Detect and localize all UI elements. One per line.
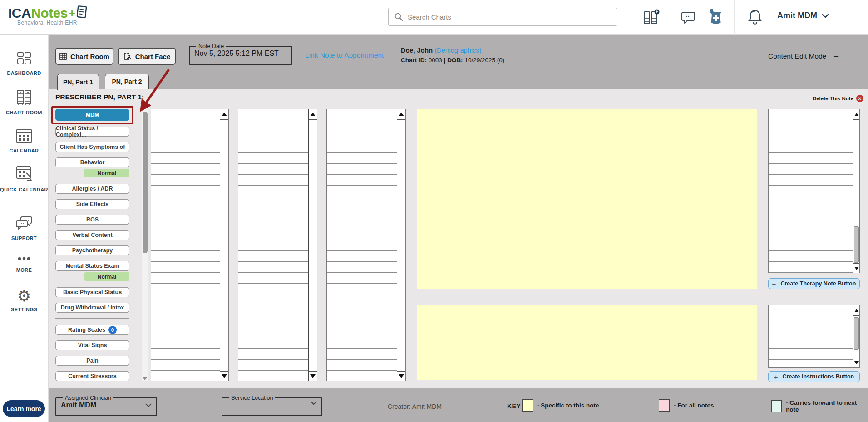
nav-scrollbar-thumb[interactable] xyxy=(143,112,148,253)
scroll-down-icon[interactable] xyxy=(854,361,859,364)
logo-tagline: Behavioral Health EHR xyxy=(17,20,88,26)
dob-label: DOB: xyxy=(447,57,463,64)
pick-list-column-3[interactable] xyxy=(326,109,406,381)
create-instructions-button[interactable]: + Create Instructions Button xyxy=(768,371,860,382)
dob-value: 10/29/2025 (0) xyxy=(464,57,504,64)
sidebar-item-label: SUPPORT xyxy=(0,235,48,241)
chart-face-label: Chart Face xyxy=(135,53,171,60)
note-section-button-mental-status-exam[interactable]: Mental Status Exam xyxy=(55,261,129,271)
therapy-note-items-list[interactable] xyxy=(768,109,860,273)
note-narrative-area[interactable] xyxy=(417,109,757,289)
sidebar-item-support[interactable]: SUPPORT xyxy=(0,215,48,241)
sidebar-item-dashboard[interactable]: DASHBOARD xyxy=(0,50,48,76)
note-section-button-client-has-symptoms-of[interactable]: Client Has Symptoms of xyxy=(55,142,129,152)
tab-pn-part-1[interactable]: PN, Part 1 xyxy=(57,74,99,90)
add-chart-icon[interactable] xyxy=(642,9,661,26)
pick-list-column-1[interactable] xyxy=(151,109,229,381)
sidebar-item-label: QUICK CALENDAR xyxy=(0,186,48,193)
chart-id-label: Chart ID: xyxy=(401,57,427,64)
assigned-clinician-value: Amit MDM xyxy=(61,401,96,409)
note-section-button-drug-withdrawal-intox[interactable]: Drug Withdrawal / Intox xyxy=(55,303,129,313)
sidebar-item-quick-calendar[interactable]: QUICK CALENDAR xyxy=(0,164,48,193)
create-therapy-note-label: Create Therapy Note Button xyxy=(780,280,856,287)
settings-gear-icon: ⚙ xyxy=(17,287,31,304)
note-section-button-vital-signs[interactable]: Vital Signs xyxy=(55,340,129,350)
therapy-list-scrollbar[interactable] xyxy=(853,109,859,273)
mint-key-swatch xyxy=(771,400,782,412)
note-section-button-verbal-content[interactable]: Verbal Content xyxy=(55,230,129,240)
note-section-button-allergies-adr[interactable]: Allergies / ADR xyxy=(55,184,129,194)
scroll-up-icon[interactable] xyxy=(222,113,227,116)
scroll-up-icon[interactable] xyxy=(854,113,859,116)
scroll-up-icon[interactable] xyxy=(399,113,404,116)
search-charts-box[interactable] xyxy=(388,8,617,26)
calendar-icon xyxy=(0,128,48,145)
assigned-clinician-fieldset[interactable]: Assigned Clinician Amit MDM xyxy=(55,395,157,416)
scroll-down-icon[interactable] xyxy=(222,374,227,378)
learn-more-button[interactable]: Learn more xyxy=(3,400,45,417)
note-section-nav: MDMClinical Status / Complexi...Client H… xyxy=(55,109,129,387)
sidebar-item-more[interactable]: MORE xyxy=(0,253,48,273)
nav-scrollbar[interactable] xyxy=(142,109,148,381)
note-section-button-psychotherapy[interactable]: Psychotherapy xyxy=(55,245,129,255)
content-edit-mode: Content Edit Mode – xyxy=(768,51,839,61)
note-section-button-basic-physical-status[interactable]: Basic Physical Status xyxy=(55,287,129,297)
note-section-button-behavior[interactable]: Behavior xyxy=(55,157,129,167)
delete-this-note-button[interactable]: Delete This Note ✕ xyxy=(813,95,863,102)
scrollbar-thumb[interactable] xyxy=(854,317,859,350)
instructions-list-scrollbar[interactable] xyxy=(853,305,859,367)
collapse-dash-icon[interactable]: – xyxy=(833,51,838,61)
note-section-button-mdm[interactable]: MDM xyxy=(55,109,129,121)
note-section-button-ros[interactable]: ROS xyxy=(55,215,129,225)
key-item-label: - Specific to this note xyxy=(537,402,599,409)
pick-list-1-scrollbar[interactable] xyxy=(220,109,228,381)
nav-scroll-down-icon[interactable] xyxy=(143,377,147,380)
messages-icon[interactable] xyxy=(681,11,696,25)
scroll-down-icon[interactable] xyxy=(310,374,316,378)
pick-list-column-2[interactable] xyxy=(238,109,317,381)
pick-list-2-scrollbar[interactable] xyxy=(308,109,317,381)
assigned-clinician-label: Assigned Clinician xyxy=(63,395,113,401)
note-section-button-clinical-status-complexi[interactable]: Clinical Status / Complexi... xyxy=(55,127,129,137)
scroll-up-icon[interactable] xyxy=(310,113,316,116)
chart-face-button[interactable]: Chart Face xyxy=(118,48,176,65)
note-date-fieldset[interactable]: Note Date Nov 5, 2025 5:12 PM EST xyxy=(189,43,292,65)
search-charts-input[interactable] xyxy=(408,13,603,21)
sidebar-item-calendar[interactable]: CALENDAR xyxy=(0,128,48,154)
content-edit-mode-label: Content Edit Mode xyxy=(768,52,826,60)
more-icon xyxy=(0,253,48,264)
create-therapy-note-button[interactable]: + Create Therapy Note Button xyxy=(768,278,860,289)
chevron-down-icon xyxy=(145,403,152,407)
chevron-down-icon xyxy=(311,401,317,405)
sidebar-item-settings[interactable]: ⚙ SETTINGS xyxy=(0,288,48,313)
chart-room-button[interactable]: Chart Room xyxy=(55,48,113,65)
instructions-narrative-area[interactable] xyxy=(417,305,757,380)
user-menu[interactable]: Amit MDM xyxy=(777,11,829,20)
notifications-icon[interactable] xyxy=(747,9,763,26)
pharmacy-add-icon[interactable] xyxy=(707,8,725,26)
note-section-button-rating-scales[interactable]: Rating Scales0 xyxy=(55,325,129,335)
sidebar-item-chart-room[interactable]: CHART ROOM xyxy=(0,88,48,116)
key-item-specific: - Specific to this note xyxy=(522,399,599,412)
sidebar-item-label: SETTINGS xyxy=(0,306,48,313)
patient-info: Doe, John (Demographics) Chart ID: 0003 … xyxy=(401,45,504,65)
scrollbar-thumb[interactable] xyxy=(854,226,859,263)
tab-pn-part-2[interactable]: PN, Part 2 xyxy=(105,74,149,89)
note-section-button-current-stressors[interactable]: Current Stressors xyxy=(55,371,129,381)
key-item-carries-forward: - Carries forward to next note xyxy=(771,399,868,413)
demographics-link[interactable]: (Demographics) xyxy=(434,47,481,54)
chart-face-icon xyxy=(123,52,132,60)
scroll-down-icon[interactable] xyxy=(854,267,859,270)
note-section-button-side-effects[interactable]: Side Effects xyxy=(55,199,129,209)
bottom-bar: Assigned Clinician Amit MDM Service Loca… xyxy=(49,388,868,422)
link-note-to-appointment[interactable]: Link Note to Appointment xyxy=(305,51,384,59)
note-section-button-pain[interactable]: Pain xyxy=(55,356,129,366)
scroll-down-icon[interactable] xyxy=(399,374,404,378)
scroll-up-icon[interactable] xyxy=(854,309,859,312)
service-location-fieldset[interactable]: Service Location xyxy=(222,395,322,416)
pick-list-3-scrollbar[interactable] xyxy=(397,109,405,381)
logo-text-notes: Notes xyxy=(31,5,68,21)
instructions-items-list[interactable] xyxy=(768,305,860,368)
count-badge: 0 xyxy=(108,326,117,334)
sidebar-item-label: DASHBOARD xyxy=(0,70,48,76)
